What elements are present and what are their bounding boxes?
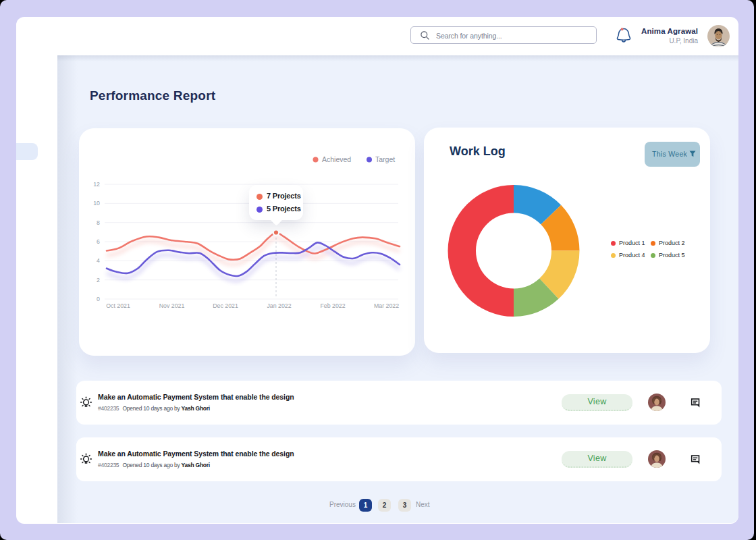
svg-text:Target: Target bbox=[375, 155, 395, 163]
svg-text:0: 0 bbox=[97, 296, 100, 302]
svg-text:Oct 2021: Oct 2021 bbox=[106, 302, 130, 309]
svg-text:Jan 2022: Jan 2022 bbox=[267, 302, 291, 309]
svg-text:Achieved: Achieved bbox=[322, 155, 351, 163]
svg-text:8: 8 bbox=[97, 219, 100, 226]
svg-text:Mar 2022: Mar 2022 bbox=[374, 302, 399, 309]
svg-text:Dec 2021: Dec 2021 bbox=[213, 302, 238, 309]
svg-text:2: 2 bbox=[97, 277, 100, 284]
svg-text:Nov 2021: Nov 2021 bbox=[159, 302, 185, 309]
svg-text:12: 12 bbox=[93, 181, 100, 188]
svg-text:4: 4 bbox=[97, 257, 100, 264]
svg-text:Feb 2022: Feb 2022 bbox=[320, 302, 345, 309]
svg-text:6: 6 bbox=[97, 238, 100, 245]
svg-text:10: 10 bbox=[93, 200, 100, 207]
